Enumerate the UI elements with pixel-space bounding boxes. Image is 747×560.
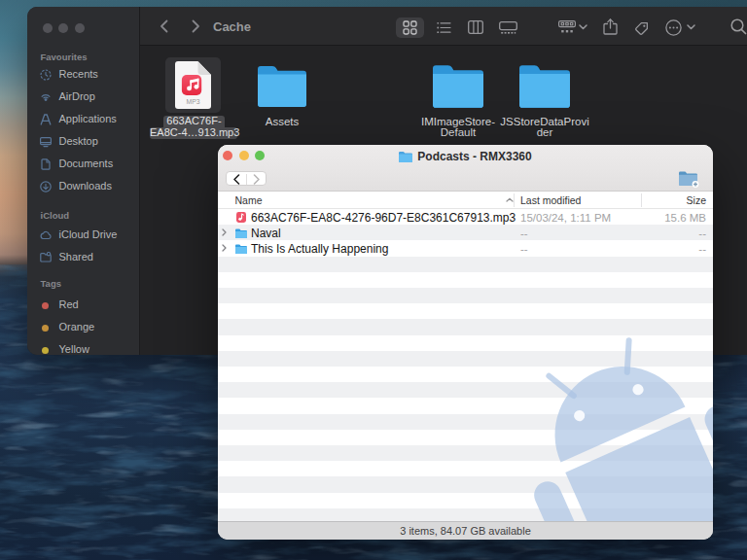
svg-text:MP3: MP3: [187, 97, 200, 104]
